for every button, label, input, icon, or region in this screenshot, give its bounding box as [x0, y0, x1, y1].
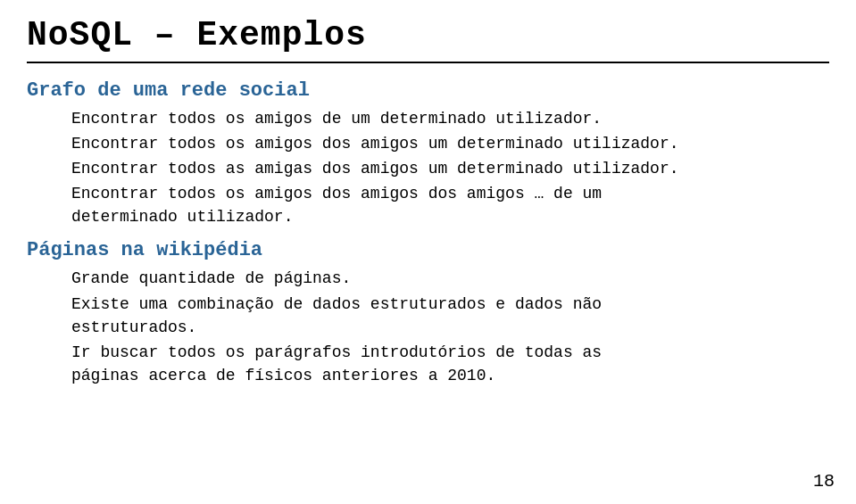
paginas-item-2: Existe uma combinação de dados estrutura…	[71, 293, 829, 339]
paginas-item-3: Ir buscar todos os parágrafos introdutór…	[71, 341, 829, 387]
grafo-item-4: Encontrar todos os amigos dos amigos dos…	[71, 182, 829, 228]
section-paginas: Páginas na wikipédia Grande quantidade d…	[27, 239, 829, 386]
grafo-items: Encontrar todos os amigos de um determin…	[71, 107, 829, 228]
grafo-item-2: Encontrar todos os amigos dos amigos um …	[71, 132, 829, 155]
section-grafo: Grafo de uma rede social Encontrar todos…	[27, 79, 829, 228]
section-heading-paginas: Páginas na wikipédia	[27, 239, 829, 261]
page-title: NoSQL – Exemplos	[27, 16, 829, 54]
page-number: 18	[813, 471, 835, 492]
section-heading-grafo: Grafo de uma rede social	[27, 79, 829, 102]
grafo-item-3: Encontrar todos as amigas dos amigos um …	[71, 157, 829, 180]
title-section: NoSQL – Exemplos	[27, 16, 829, 63]
paginas-items: Grande quantidade de páginas. Existe uma…	[71, 267, 829, 386]
page-container: NoSQL – Exemplos Grafo de uma rede socia…	[0, 0, 856, 504]
paginas-item-1: Grande quantidade de páginas.	[71, 267, 829, 290]
grafo-item-1: Encontrar todos os amigos de um determin…	[71, 107, 829, 130]
